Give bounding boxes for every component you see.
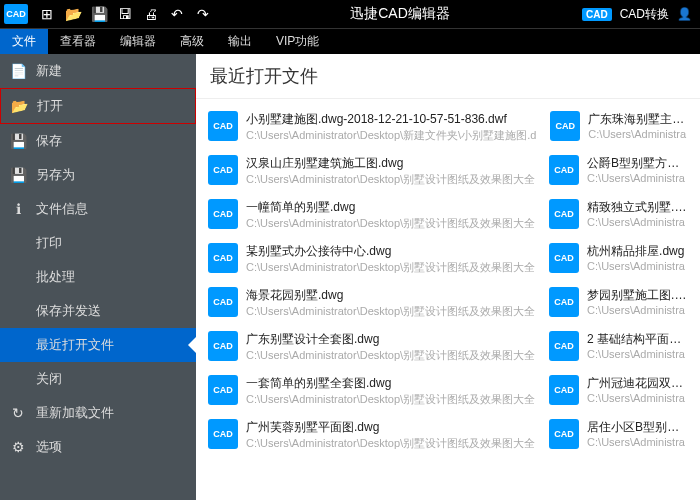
file-path: C:\Users\Administra: [587, 392, 688, 404]
file-path: C:\Users\Administra: [587, 348, 688, 360]
file-name: 广州芙蓉别墅平面图.dwg: [246, 419, 535, 436]
content-panel: 最近打开文件 CAD小别墅建施图.dwg-2018-12-21-10-57-51…: [196, 54, 700, 500]
file-path: C:\Users\Administrator\Desktop\别墅设计图纸及效果…: [246, 348, 535, 363]
file-path: C:\Users\Administra: [587, 216, 688, 228]
cad-file-icon: CAD: [549, 419, 579, 449]
cad-file-icon: CAD: [208, 111, 238, 141]
menu-item-5[interactable]: VIP功能: [264, 29, 331, 54]
sidebar-item-6[interactable]: 批处理: [0, 260, 196, 294]
file-path: C:\Users\Administrator\Desktop\别墅设计图纸及效果…: [246, 436, 535, 451]
sidebar-icon: [10, 235, 26, 251]
sidebar-icon: 💾: [10, 133, 26, 149]
sidebar-item-5[interactable]: 打印: [0, 226, 196, 260]
file-path: C:\Users\Administra: [587, 260, 685, 272]
recent-file-item[interactable]: CAD广州冠迪花园双连别C:\Users\Administra: [549, 369, 688, 413]
sidebar-icon: [10, 269, 26, 285]
cad-file-icon: CAD: [208, 375, 238, 405]
cad-convert-link[interactable]: CAD转换: [620, 6, 669, 23]
cad-badge: CAD: [582, 8, 612, 21]
file-name: 一套简单的别墅全套图.dwg: [246, 375, 535, 392]
sidebar-item-1[interactable]: 📂打开: [0, 88, 196, 124]
recent-file-item[interactable]: CAD汉泉山庄别墅建筑施工图.dwgC:\Users\Administrator…: [208, 149, 535, 193]
menu-item-0[interactable]: 文件: [0, 29, 48, 54]
file-name: 广东珠海别墅主楼设: [588, 111, 688, 128]
sidebar-item-2[interactable]: 💾保存: [0, 124, 196, 158]
sidebar: 📄新建📂打开💾保存💾另存为ℹ文件信息打印批处理保存并发送最近打开文件关闭↻重新加…: [0, 54, 196, 500]
sidebar-item-label: 最近打开文件: [36, 336, 186, 354]
recent-file-item[interactable]: CAD公爵B型别墅方案全C:\Users\Administra: [549, 149, 688, 193]
file-name: 汉泉山庄别墅建筑施工图.dwg: [246, 155, 535, 172]
sidebar-item-8[interactable]: 最近打开文件: [0, 328, 196, 362]
file-path: C:\Users\Administrator\Desktop\新建文件夹\小别墅…: [246, 128, 536, 143]
recent-file-item[interactable]: CAD一幢简单的别墅.dwgC:\Users\Administrator\Des…: [208, 193, 535, 237]
cad-file-icon: CAD: [208, 287, 238, 317]
menu-item-4[interactable]: 输出: [216, 29, 264, 54]
app-title: 迅捷CAD编辑器: [218, 5, 582, 23]
cad-file-icon: CAD: [208, 199, 238, 229]
sidebar-item-label: 新建: [36, 62, 186, 80]
file-path: C:\Users\Administrator\Desktop\别墅设计图纸及效果…: [246, 304, 535, 319]
content-title: 最近打开文件: [196, 54, 700, 99]
cad-file-icon: CAD: [549, 155, 579, 185]
file-name: 精致独立式别墅.dw: [587, 199, 688, 216]
sidebar-item-7[interactable]: 保存并发送: [0, 294, 196, 328]
save-icon[interactable]: 💾: [90, 5, 108, 23]
recent-file-item[interactable]: CAD广州芙蓉别墅平面图.dwgC:\Users\Administrator\D…: [208, 413, 535, 457]
file-path: C:\Users\Administrator\Desktop\别墅设计图纸及效果…: [246, 216, 535, 231]
recent-file-item[interactable]: CAD小别墅建施图.dwg-2018-12-21-10-57-51-836.dw…: [208, 105, 536, 149]
sidebar-icon: 💾: [10, 167, 26, 183]
redo-icon[interactable]: ↷: [194, 5, 212, 23]
recent-file-item[interactable]: CAD广东珠海别墅主楼设C:\Users\Administra: [550, 105, 688, 149]
recent-file-item[interactable]: CAD精致独立式别墅.dwC:\Users\Administra: [549, 193, 688, 237]
undo-icon[interactable]: ↶: [168, 5, 186, 23]
file-name: 海景花园别墅.dwg: [246, 287, 535, 304]
cad-file-icon: CAD: [208, 419, 238, 449]
quick-toolbar: ⊞ 📂 💾 🖫 🖨 ↶ ↷: [32, 5, 218, 23]
user-icon[interactable]: 👤: [677, 7, 692, 21]
sidebar-item-9[interactable]: 关闭: [0, 362, 196, 396]
menu-item-2[interactable]: 编辑器: [108, 29, 168, 54]
recent-file-item[interactable]: CAD2 基础结构平面图.dC:\Users\Administra: [549, 325, 688, 369]
app-logo: CAD: [4, 4, 28, 24]
recent-file-item[interactable]: CAD海景花园别墅.dwgC:\Users\Administrator\Desk…: [208, 281, 535, 325]
cad-file-icon: CAD: [208, 243, 238, 273]
sidebar-item-4[interactable]: ℹ文件信息: [0, 192, 196, 226]
file-name: 广东别墅设计全套图.dwg: [246, 331, 535, 348]
menu-item-3[interactable]: 高级: [168, 29, 216, 54]
file-path: C:\Users\Administra: [587, 304, 688, 316]
file-name: 杭州精品排屋.dwg: [587, 243, 685, 260]
sidebar-item-label: 批处理: [36, 268, 186, 286]
recent-file-item[interactable]: CAD某别墅式办公接待中心.dwgC:\Users\Administrator\…: [208, 237, 535, 281]
file-path: C:\Users\Administrator\Desktop\别墅设计图纸及效果…: [246, 172, 535, 187]
menubar: 文件查看器编辑器高级输出VIP功能: [0, 28, 700, 54]
menu-item-1[interactable]: 查看器: [48, 29, 108, 54]
sidebar-icon: [10, 371, 26, 387]
file-name: 小别墅建施图.dwg-2018-12-21-10-57-51-836.dwf: [246, 111, 536, 128]
sidebar-item-10[interactable]: ↻重新加载文件: [0, 396, 196, 430]
sidebar-item-11[interactable]: ⚙选项: [0, 430, 196, 464]
cad-file-icon: CAD: [208, 155, 238, 185]
recent-file-item[interactable]: CAD广东别墅设计全套图.dwgC:\Users\Administrator\D…: [208, 325, 535, 369]
print-icon[interactable]: 🖨: [142, 5, 160, 23]
recent-file-item[interactable]: CAD梦园别墅施工图.dwC:\Users\Administra: [549, 281, 688, 325]
new-icon[interactable]: ⊞: [38, 5, 56, 23]
sidebar-icon: [10, 337, 26, 353]
sidebar-item-label: 另存为: [36, 166, 186, 184]
file-path: C:\Users\Administra: [587, 436, 688, 448]
recent-files-list: CAD小别墅建施图.dwg-2018-12-21-10-57-51-836.dw…: [196, 99, 700, 463]
recent-file-item[interactable]: CAD一套简单的别墅全套图.dwgC:\Users\Administrator\…: [208, 369, 535, 413]
recent-file-item[interactable]: CAD杭州精品排屋.dwgC:\Users\Administra: [549, 237, 688, 281]
sidebar-item-3[interactable]: 💾另存为: [0, 158, 196, 192]
saveas-icon[interactable]: 🖫: [116, 5, 134, 23]
open-icon[interactable]: 📂: [64, 5, 82, 23]
cad-file-icon: CAD: [550, 111, 580, 141]
titlebar: CAD ⊞ 📂 💾 🖫 🖨 ↶ ↷ 迅捷CAD编辑器 CAD CAD转换 👤: [0, 0, 700, 28]
file-name: 梦园别墅施工图.dw: [587, 287, 688, 304]
sidebar-item-label: 重新加载文件: [36, 404, 186, 422]
file-name: 公爵B型别墅方案全: [587, 155, 688, 172]
sidebar-item-0[interactable]: 📄新建: [0, 54, 196, 88]
file-path: C:\Users\Administrator\Desktop\别墅设计图纸及效果…: [246, 392, 535, 407]
cad-file-icon: CAD: [549, 331, 579, 361]
recent-file-item[interactable]: CAD居住小区B型别墅施C:\Users\Administra: [549, 413, 688, 457]
cad-file-icon: CAD: [549, 243, 579, 273]
